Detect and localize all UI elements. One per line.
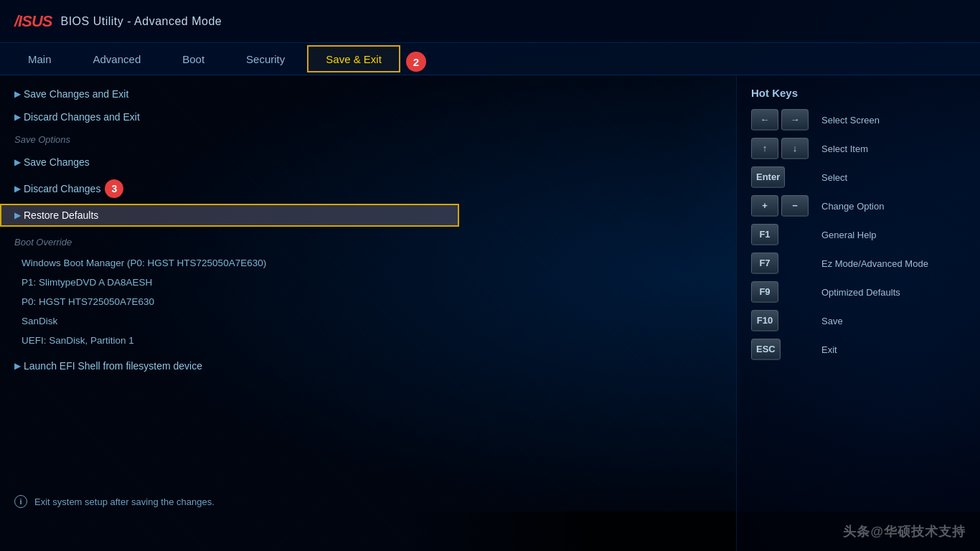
sandisk[interactable]: SanDisk bbox=[0, 311, 736, 331]
arrow-icon: ▶ bbox=[14, 89, 21, 99]
arrow-icon: ▶ bbox=[14, 157, 21, 167]
hotkey-label-select: Select bbox=[821, 172, 847, 183]
key-esc: ESC bbox=[751, 339, 781, 360]
step-badge-2: 2 bbox=[406, 52, 426, 72]
key-enter: Enter bbox=[751, 166, 785, 188]
info-icon: i bbox=[14, 495, 27, 508]
hotkey-f1: F1 General Help bbox=[751, 224, 966, 245]
uefi-sandisk[interactable]: UEFI: SanDisk, Partition 1 bbox=[0, 331, 736, 350]
hotkey-label-change: Change Option bbox=[821, 201, 884, 212]
main-wrapper: /ISUS BIOS Utility - Advanced Mode Main … bbox=[0, 0, 980, 551]
key-up: ↑ bbox=[751, 138, 778, 159]
save-changes[interactable]: ▶ Save Changes bbox=[0, 151, 736, 174]
key-f9: F9 bbox=[751, 281, 778, 303]
step-badge-3: 3 bbox=[105, 179, 123, 198]
key-right: → bbox=[781, 109, 809, 131]
hotkey-select-screen: ← → Select Screen bbox=[751, 109, 966, 131]
tab-save-exit[interactable]: Save & Exit bbox=[307, 45, 400, 72]
key-f1: F1 bbox=[751, 224, 778, 245]
discard-changes[interactable]: ▶ Discard Changes 3 bbox=[0, 174, 736, 204]
hotkey-keys-esc: ESC bbox=[751, 339, 816, 360]
arrow-icon: ▶ bbox=[14, 210, 21, 220]
info-bar: i Exit system setup after saving the cha… bbox=[14, 495, 215, 508]
hotkey-change-option: + − Change Option bbox=[751, 195, 966, 217]
save-options-label: Save Options bbox=[0, 128, 736, 151]
nav-tabs: Main Advanced Boot Security Save & Exit … bbox=[0, 43, 980, 75]
hotkey-select-item: ↑ ↓ Select Item bbox=[751, 138, 966, 159]
asus-logo: /ISUS bbox=[14, 12, 52, 31]
header: /ISUS BIOS Utility - Advanced Mode bbox=[0, 0, 980, 43]
key-left: ← bbox=[751, 109, 778, 131]
main-panel: ▶ Save Changes and Exit ▶ Discard Change… bbox=[0, 75, 736, 551]
save-changes-exit[interactable]: ▶ Save Changes and Exit bbox=[0, 83, 736, 105]
tab-advanced[interactable]: Advanced bbox=[72, 43, 162, 75]
hotkey-keys-f7: F7 bbox=[751, 253, 816, 274]
hotkey-label-f1: General Help bbox=[821, 230, 877, 240]
p0-hgst[interactable]: P0: HGST HTS725050A7E630 bbox=[0, 292, 736, 311]
tab-boot[interactable]: Boot bbox=[161, 43, 225, 75]
tab-security[interactable]: Security bbox=[225, 43, 306, 75]
hotkey-label-screen: Select Screen bbox=[821, 115, 880, 126]
hotkey-label-f7: Ez Mode/Advanced Mode bbox=[821, 258, 928, 269]
hotkey-keys-f10: F10 bbox=[751, 310, 816, 331]
hotkey-keys-plus-minus: + − bbox=[751, 195, 816, 217]
hotkey-keys-f1: F1 bbox=[751, 224, 816, 245]
boot-override-label: Boot Override bbox=[0, 231, 736, 253]
hotkey-label-f9: Optimized Defaults bbox=[821, 287, 900, 298]
hotkey-f10: F10 Save bbox=[751, 310, 966, 331]
hotkey-label-item: Select Item bbox=[821, 143, 868, 154]
key-minus: − bbox=[781, 195, 809, 217]
hotkey-keys-screen: ← → bbox=[751, 109, 816, 131]
restore-defaults[interactable]: ▶ Restore Defaults bbox=[0, 204, 459, 227]
bios-title: BIOS Utility - Advanced Mode bbox=[60, 15, 222, 28]
hotkey-keys-f9: F9 bbox=[751, 281, 816, 303]
hotkey-label-esc: Exit bbox=[821, 344, 837, 355]
arrow-icon: ▶ bbox=[14, 361, 21, 371]
hotkey-label-f10: Save bbox=[821, 316, 843, 326]
arrow-icon: ▶ bbox=[14, 184, 21, 194]
hotkey-keys-item: ↑ ↓ bbox=[751, 138, 816, 159]
hotkey-f7: F7 Ez Mode/Advanced Mode bbox=[751, 253, 966, 274]
discard-changes-exit[interactable]: ▶ Discard Changes and Exit bbox=[0, 105, 736, 128]
hotkey-keys-enter: Enter bbox=[751, 166, 816, 188]
p1-slim[interactable]: P1: SlimtypeDVD A DA8AESH bbox=[0, 273, 736, 292]
key-f10: F10 bbox=[751, 310, 778, 331]
launch-efi[interactable]: ▶ Launch EFI Shell from filesystem devic… bbox=[0, 354, 736, 377]
hotkey-f9: F9 Optimized Defaults bbox=[751, 281, 966, 303]
tab-main[interactable]: Main bbox=[7, 43, 72, 75]
hotkeys-panel: Hot Keys ← → Select Screen ↑ ↓ Select It… bbox=[736, 75, 980, 551]
key-plus: + bbox=[751, 195, 778, 217]
arrow-icon: ▶ bbox=[14, 112, 21, 122]
hotkeys-title: Hot Keys bbox=[751, 87, 966, 99]
key-down: ↓ bbox=[781, 138, 809, 159]
content-area: ▶ Save Changes and Exit ▶ Discard Change… bbox=[0, 75, 980, 551]
key-f7: F7 bbox=[751, 253, 778, 274]
hotkey-esc: ESC Exit bbox=[751, 339, 966, 360]
windows-boot[interactable]: Windows Boot Manager (P0: HGST HTS725050… bbox=[0, 253, 736, 273]
hotkey-select: Enter Select bbox=[751, 166, 966, 188]
